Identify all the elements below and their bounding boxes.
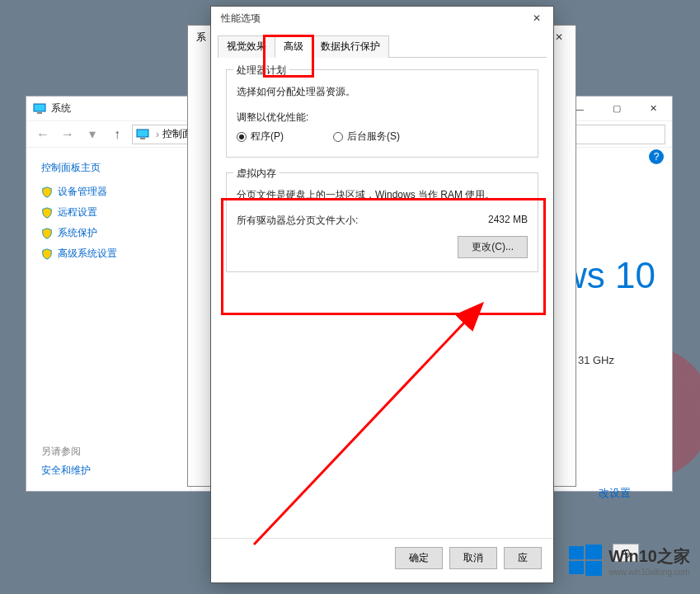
svg-rect-1: [37, 112, 42, 114]
radio-background-services[interactable]: 后台服务(S): [333, 130, 400, 144]
svg-rect-7: [569, 561, 584, 574]
ok-button[interactable]: 确定: [395, 547, 443, 569]
radio-label: 程序(P): [251, 130, 284, 144]
sidebar: 控制面板主页 设备管理器 远程设置 系统保护 高级系统设置 另请参阅 安全和维护: [26, 148, 191, 491]
radio-dot-icon: [333, 132, 343, 142]
back-arrow-icon[interactable]: ←: [33, 125, 53, 144]
up-arrow-icon[interactable]: ↑: [107, 125, 127, 144]
svg-rect-3: [140, 138, 145, 139]
watermark: Win10之家 www.win10xitong.com: [569, 544, 690, 578]
forward-arrow-icon[interactable]: →: [58, 125, 78, 144]
dropdown-icon[interactable]: ▾: [82, 125, 102, 144]
control-panel-home-link[interactable]: 控制面板主页: [41, 161, 176, 175]
sidebar-item-device-manager[interactable]: 设备管理器: [41, 185, 176, 199]
windows-logo-icon: [569, 544, 602, 578]
vm-desc: 分页文件是硬盘上的一块区域，Windows 当作 RAM 使用。: [237, 188, 528, 202]
sidebar-item-label: 安全和维护: [41, 464, 91, 478]
perf-title: 性能选项: [221, 12, 520, 26]
perf-titlebar: 性能选项 ✕: [211, 7, 553, 30]
sidebar-item-label: 设备管理器: [58, 185, 107, 199]
radio-label: 后台服务(S): [347, 130, 400, 144]
watermark-url: www.win10xitong.com: [608, 568, 690, 577]
performance-options-dialog: 性能选项 ✕ 视觉效果 高级 数据执行保护 处理器计划 选择如何分配处理器资源。…: [210, 6, 554, 583]
svg-rect-2: [137, 130, 148, 137]
maximize-button[interactable]: ▢: [598, 97, 635, 120]
tab-advanced[interactable]: 高级: [275, 35, 312, 58]
see-also-label: 另请参阅: [41, 445, 91, 459]
svg-rect-0: [34, 104, 45, 111]
tab-content: 处理器计划 选择如何分配处理器资源。 调整以优化性能: 程序(P) 后台服务(S…: [211, 58, 553, 299]
cancel-button[interactable]: 取消: [449, 547, 497, 569]
svg-rect-5: [569, 546, 584, 559]
close-button[interactable]: ✕: [520, 7, 553, 29]
shield-icon: [41, 228, 53, 239]
shield-icon: [41, 186, 53, 198]
sidebar-item-label: 远程设置: [58, 205, 97, 219]
vm-total-label: 所有驱动器总分页文件大小:: [237, 214, 358, 228]
processor-desc: 选择如何分配处理器资源。: [237, 85, 528, 99]
tab-dep[interactable]: 数据执行保护: [312, 35, 389, 58]
sidebar-item-label: 系统保护: [58, 226, 97, 240]
vm-total-value: 2432 MB: [488, 214, 528, 228]
sidebar-item-label: 高级系统设置: [58, 247, 117, 261]
breadcrumb-separator: ›: [156, 129, 159, 140]
dialog-buttons: 确定 取消 应: [211, 538, 553, 578]
sidebar-item-remote[interactable]: 远程设置: [41, 205, 176, 219]
virtual-memory-group: 虚拟内存 分页文件是硬盘上的一块区域，Windows 当作 RAM 使用。 所有…: [226, 172, 538, 272]
watermark-title: Win10之家: [608, 545, 690, 568]
close-button[interactable]: ✕: [635, 97, 672, 120]
processor-group: 处理器计划 选择如何分配处理器资源。 调整以优化性能: 程序(P) 后台服务(S…: [226, 69, 538, 158]
change-settings-link[interactable]: 改设置: [599, 486, 631, 501]
sidebar-item-security[interactable]: 安全和维护: [41, 464, 91, 478]
svg-rect-8: [585, 561, 602, 576]
shield-icon: [41, 207, 53, 219]
pc-icon: [136, 128, 149, 141]
shield-icon: [41, 248, 53, 260]
cpu-ghz-text: 31 GHz: [578, 354, 614, 366]
vm-legend: 虚拟内存: [233, 167, 280, 181]
sidebar-item-protection[interactable]: 系统保护: [41, 226, 176, 240]
svg-rect-6: [585, 544, 602, 559]
radio-dot-icon: [237, 132, 247, 142]
tab-visual-effects[interactable]: 视觉效果: [218, 35, 275, 58]
tab-bar: 视觉效果 高级 数据执行保护: [218, 35, 547, 58]
radio-programs[interactable]: 程序(P): [237, 130, 284, 144]
apply-button[interactable]: 应: [504, 547, 542, 569]
sidebar-item-advanced[interactable]: 高级系统设置: [41, 247, 176, 261]
computer-icon: [33, 102, 46, 116]
adjust-label: 调整以优化性能:: [237, 111, 528, 125]
change-button[interactable]: 更改(C)...: [458, 236, 528, 258]
processor-legend: 处理器计划: [233, 64, 289, 78]
